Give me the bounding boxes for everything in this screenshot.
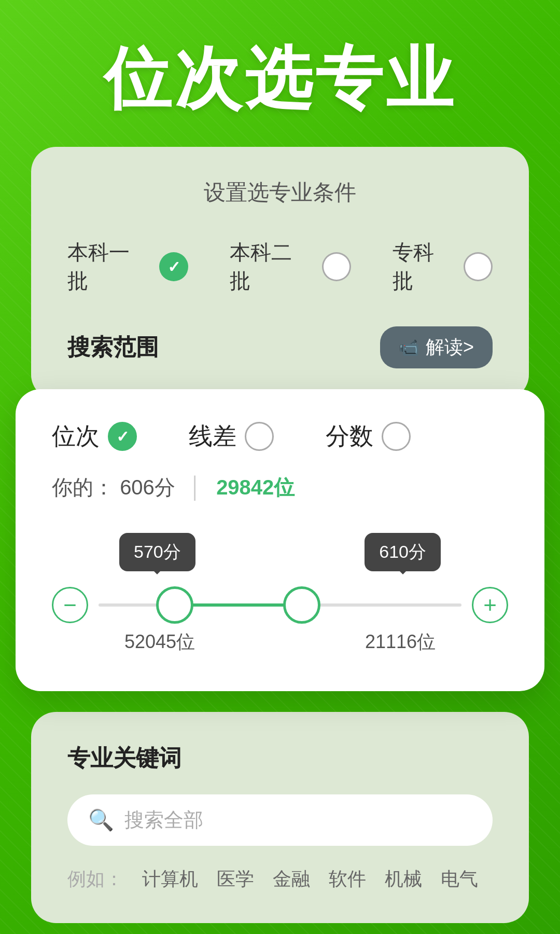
condition-card-title: 设置选专业条件 (67, 178, 493, 207)
batch-label-3: 专科批 (393, 238, 455, 295)
search-range-label: 搜索范围 (67, 332, 159, 363)
example-tag-3[interactable]: 软件 (329, 867, 366, 892)
batch-option-1[interactable]: 本科一批 (67, 238, 188, 295)
mode-score-radio[interactable] (382, 422, 411, 451)
batch-radio-2[interactable] (322, 252, 351, 281)
interpret-btn-label: 解读> (426, 335, 474, 360)
example-label: 例如： (67, 867, 123, 892)
batch-label-2: 本科二批 (230, 238, 312, 295)
batch-option-2[interactable]: 本科二批 (230, 238, 351, 295)
batch-radio-1[interactable] (159, 252, 188, 281)
example-tag-4[interactable]: 机械 (385, 867, 422, 892)
slider-card: 位次 线差 分数 你的： 606分 │ 29842位 570分 (16, 389, 544, 691)
left-tooltip: 570分 (119, 533, 195, 571)
batch-label-1: 本科一批 (67, 238, 150, 295)
search-icon: 🔍 (88, 808, 114, 832)
slider-thumb-left[interactable] (156, 586, 193, 624)
keyword-search-box[interactable]: 🔍 搜索全部 (67, 794, 493, 846)
right-tooltip: 610分 (365, 533, 441, 571)
user-score-row: 你的： 606分 │ 29842位 (52, 473, 508, 502)
slider-minus-button[interactable]: − (52, 587, 88, 623)
slider-control: − + (52, 587, 508, 623)
interpret-button[interactable]: 📹 解读> (380, 326, 493, 368)
score-separator: │ (189, 476, 202, 499)
search-range-row: 搜索范围 📹 解读> (67, 326, 493, 368)
batch-radio-3[interactable] (464, 252, 493, 281)
camera-icon: 📹 (399, 338, 419, 358)
right-position-label: 21116位 (365, 629, 436, 655)
slider-track (99, 603, 461, 607)
left-position-label: 52045位 (124, 629, 195, 655)
example-tag-2[interactable]: 金融 (273, 867, 310, 892)
hero-title: 位次选专业 (0, 0, 560, 116)
example-tag-1[interactable]: 医学 (217, 867, 254, 892)
example-row: 例如： 计算机 医学 金融 软件 机械 电气 (67, 867, 493, 892)
mode-diff[interactable]: 线差 (189, 420, 274, 452)
mode-rank[interactable]: 位次 (52, 420, 137, 452)
mode-rank-radio[interactable] (108, 422, 137, 451)
user-score-value: 606分 (120, 476, 175, 499)
keyword-card: 专业关键词 🔍 搜索全部 例如： 计算机 医学 金融 软件 机械 电气 (31, 712, 529, 923)
slider-thumb-right[interactable] (283, 586, 320, 624)
user-rank-value: 29842位 (216, 476, 295, 499)
example-tag-0[interactable]: 计算机 (142, 867, 198, 892)
example-tag-5[interactable]: 电气 (441, 867, 478, 892)
batch-option-3[interactable]: 专科批 (393, 238, 493, 295)
mode-rank-label: 位次 (52, 420, 100, 452)
slider-plus-button[interactable]: + (472, 587, 508, 623)
mode-score-label: 分数 (326, 420, 373, 452)
user-score-prefix: 你的： (52, 476, 114, 499)
keyword-title: 专业关键词 (67, 743, 493, 774)
condition-card: 设置选专业条件 本科一批 本科二批 专科批 搜索范围 📹 解读> (31, 147, 529, 400)
mode-options: 位次 线差 分数 (52, 420, 508, 452)
mode-diff-radio[interactable] (245, 422, 274, 451)
batch-options: 本科一批 本科二批 专科批 (67, 238, 493, 295)
search-placeholder-text: 搜索全部 (124, 807, 203, 833)
slider-positions: 52045位 21116位 (52, 629, 508, 655)
mode-diff-label: 线差 (189, 420, 236, 452)
mode-score[interactable]: 分数 (326, 420, 411, 452)
